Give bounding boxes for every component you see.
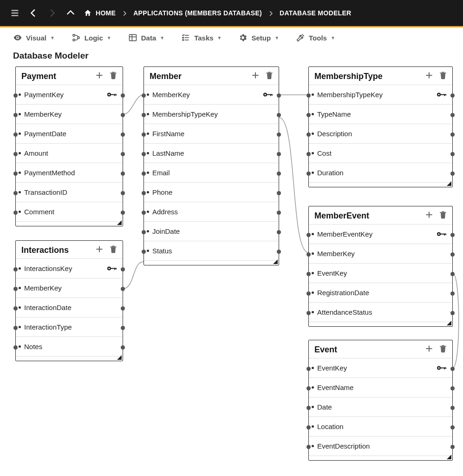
field-row[interactable]: Email [144, 163, 279, 182]
menu-bar: Visual ▼ Logic ▼ Data ▼ Tasks ▼ Setup ▼ … [0, 27, 463, 47]
table-member[interactable]: MemberMemberKeyMembershipTypeKeyFirstNam… [143, 66, 279, 265]
bullet-icon [19, 152, 21, 154]
field-row[interactable]: AttendanceStatus [309, 302, 452, 322]
field-row[interactable]: PaymentKey [16, 85, 123, 104]
delete-table-icon[interactable] [438, 71, 448, 82]
menu-logic[interactable]: Logic ▼ [72, 33, 111, 42]
field-row[interactable]: Notes [16, 337, 123, 356]
table-header[interactable]: Interactions [16, 241, 123, 258]
field-row[interactable]: InteractionDate [16, 298, 123, 317]
table-memberevent[interactable]: MemberEventMemberEventKeyMemberKeyEventK… [308, 206, 453, 327]
field-row[interactable]: EventDescription [309, 436, 452, 456]
field-name: TransactionID [24, 188, 67, 196]
field-name: Amount [24, 149, 48, 157]
resize-handle[interactable] [116, 219, 123, 226]
field-row[interactable]: InteractionsKey [16, 258, 123, 278]
field-row[interactable]: MemberKey [16, 278, 123, 298]
caret-down-icon: ▼ [331, 35, 335, 40]
field-row[interactable]: Amount [16, 143, 123, 163]
field-name: Description [317, 130, 352, 138]
field-row[interactable]: TypeName [309, 104, 452, 124]
menu-setup[interactable]: Setup ▼ [238, 33, 279, 42]
add-field-icon[interactable] [424, 344, 434, 355]
menu-data[interactable]: Data ▼ [128, 33, 164, 42]
field-row[interactable]: MemberKey [16, 104, 123, 124]
field-row[interactable]: InteractionType [16, 317, 123, 337]
field-row[interactable]: PaymentMethod [16, 163, 123, 182]
table-event[interactable]: EventEventKeyEventNameDateLocationEventD… [308, 340, 453, 461]
field-row[interactable]: Description [309, 124, 452, 143]
add-field-icon[interactable] [95, 245, 104, 256]
table-payment[interactable]: PaymentPaymentKeyMemberKeyPaymentDateAmo… [15, 66, 123, 226]
field-row[interactable]: LastName [144, 143, 279, 163]
resize-handle[interactable] [272, 258, 279, 265]
field-row[interactable]: Comment [16, 202, 123, 221]
field-row[interactable]: Location [309, 416, 452, 436]
menu-icon[interactable] [6, 4, 24, 22]
resize-handle[interactable] [116, 354, 123, 361]
resize-handle[interactable] [446, 180, 452, 187]
table-header[interactable]: Payment [16, 67, 123, 85]
field-row[interactable]: PaymentDate [16, 124, 123, 143]
table-header[interactable]: MembershipType [309, 67, 452, 85]
add-field-icon[interactable] [424, 210, 434, 221]
field-name: JoinDate [152, 227, 180, 235]
table-header[interactable]: MemberEvent [309, 206, 452, 224]
delete-table-icon[interactable] [109, 71, 118, 82]
add-field-icon[interactable] [424, 71, 434, 82]
delete-table-icon[interactable] [438, 344, 448, 355]
breadcrumb-home[interactable]: HOME [80, 9, 119, 17]
field-row[interactable]: EventKey [309, 263, 452, 283]
field-name: TypeName [317, 110, 351, 118]
table-membershiptype[interactable]: MembershipTypeMembershipTypeKeyTypeNameD… [308, 66, 453, 187]
field-name: Duration [317, 169, 344, 177]
chevron-right-icon [119, 9, 130, 17]
field-row[interactable]: MembershipTypeKey [144, 104, 279, 124]
table-title: Event [314, 345, 337, 355]
delete-table-icon[interactable] [438, 210, 448, 221]
delete-table-icon[interactable] [265, 71, 274, 82]
field-row[interactable]: MemberKey [144, 85, 279, 104]
bullet-icon [147, 113, 149, 115]
field-row[interactable]: EventName [309, 377, 452, 397]
field-row[interactable]: RegistrationDate [309, 283, 452, 302]
field-row[interactable]: Date [309, 397, 452, 416]
field-row[interactable]: FirstName [144, 124, 279, 143]
field-row[interactable]: EventKey [309, 358, 452, 377]
breadcrumb-applications[interactable]: APPLICATIONS (MEMBERS DATABASE) [130, 9, 266, 17]
field-row[interactable]: MemberEventKey [309, 224, 452, 244]
bullet-icon [19, 326, 21, 328]
field-row[interactable]: TransactionID [16, 182, 123, 202]
field-row[interactable]: JoinDate [144, 221, 279, 241]
field-row[interactable]: Cost [309, 143, 452, 163]
resize-handle[interactable] [446, 320, 452, 326]
table-title: MemberEvent [314, 211, 369, 221]
bullet-icon [312, 252, 314, 255]
field-row[interactable]: MemberKey [309, 244, 452, 263]
menu-tools[interactable]: Tools ▼ [296, 33, 335, 42]
field-row[interactable]: MembershipTypeKey [309, 85, 452, 104]
add-field-icon[interactable] [251, 71, 260, 82]
bullet-icon [312, 386, 314, 389]
menu-visual[interactable]: Visual ▼ [13, 33, 55, 42]
field-row[interactable]: Duration [309, 163, 452, 182]
bullet-icon [312, 425, 314, 428]
delete-table-icon[interactable] [109, 245, 118, 256]
up-icon[interactable] [61, 4, 80, 22]
field-name: Date [317, 403, 332, 411]
field-name: Email [152, 169, 170, 177]
modeler-canvas[interactable]: PaymentPaymentKeyMemberKeyPaymentDateAmo… [0, 66, 463, 476]
field-row[interactable]: Status [144, 241, 279, 260]
back-icon[interactable] [24, 4, 43, 22]
resize-handle[interactable] [446, 454, 452, 460]
menu-tasks[interactable]: Tasks ▼ [181, 33, 222, 42]
table-header[interactable]: Member [144, 67, 279, 85]
table-header[interactable]: Event [309, 340, 452, 358]
add-field-icon[interactable] [95, 71, 104, 82]
table-interactions[interactable]: InteractionsInteractionsKeyMemberKeyInte… [15, 240, 123, 361]
svg-point-5 [78, 37, 79, 39]
field-row[interactable]: Address [144, 202, 279, 221]
bullet-icon [19, 287, 21, 289]
bullet-icon [19, 191, 21, 193]
field-row[interactable]: Phone [144, 182, 279, 202]
